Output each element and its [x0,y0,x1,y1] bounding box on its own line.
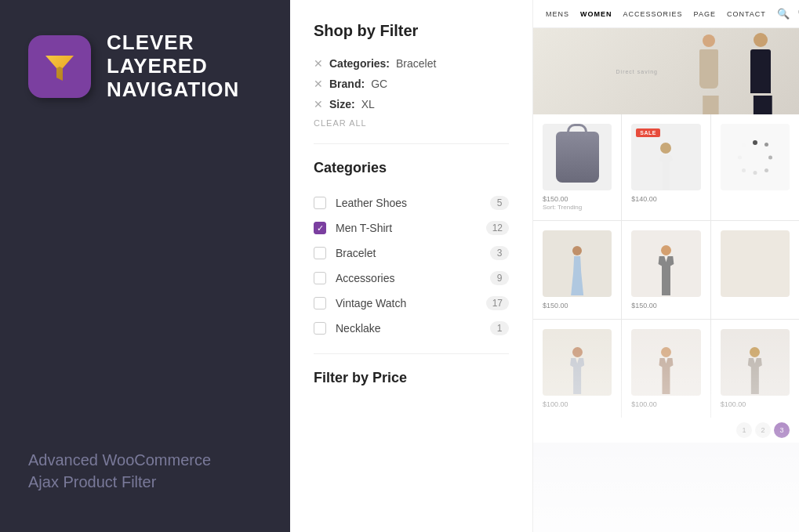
category-count-men-tshirt: 12 [486,221,509,235]
category-name-vintage-watch[interactable]: Vintage Watch [336,297,477,309]
nav-accessories[interactable]: ACCESSORIES [623,10,683,18]
category-count-bracelet: 3 [490,246,509,260]
search-icon[interactable]: 🔍 [777,8,790,20]
tagline: Advanced WooCommerce Ajax Product Filter [28,449,211,493]
brand-area: CLEVER LAYERED NAVIGATION [28,31,262,102]
product-image [543,124,612,190]
product-image [543,329,612,396]
clear-all-button[interactable]: CLEAR ALL [314,118,509,128]
checkbox-vintage-watch[interactable] [314,297,326,309]
pagination: 1 2 3 [533,418,799,443]
filter-title: Shop by Filter [314,22,509,40]
product-card: SALE $140.00 [622,114,710,220]
product-card: $100.00 [711,320,799,418]
list-item: Accessories 9 [314,266,509,291]
active-filter-size: ✕ Size: XL [314,98,509,110]
active-filter-brand: ✕ Brand: GC [314,78,509,90]
filter-brand-value: GC [371,78,387,90]
product-price: $150.00 [543,302,612,309]
category-count-accessories: 9 [490,271,509,285]
product-grid: $150.00 Sort: Trending SALE $140.00 [533,114,799,418]
active-filters: ✕ Categories: Bracelet ✕ Brand: GC ✕ Siz… [314,57,509,110]
checkbox-accessories[interactable] [314,272,326,284]
checkbox-bracelet[interactable] [314,247,326,259]
nav-women[interactable]: WOMEN [580,10,612,18]
list-item: Leather Shoes 5 [314,190,509,215]
product-price: $150.00 [631,302,700,309]
product-name: Sort: Trending [543,204,612,211]
product-card: $150.00 Sort: Trending [533,114,621,220]
product-image [721,230,790,297]
filter-panel: Shop by Filter ✕ Categories: Bracelet ✕ … [290,0,533,532]
active-filter-categories: ✕ Categories: Bracelet [314,57,509,70]
product-image [543,230,612,297]
filter-categories-value: Bracelet [396,57,436,70]
filter-categories-label: Categories: [329,57,390,70]
list-item: Men T-Shirt 12 [314,215,509,241]
list-item: Bracelet 3 [314,241,509,266]
product-card: $150.00 [533,221,621,319]
category-name-necklake[interactable]: Necklake [336,322,481,335]
product-card [711,221,799,319]
filter-by-price-title: Filter by Price [314,370,509,386]
product-image [631,329,700,396]
category-count-leather-shoes: 5 [490,196,509,210]
left-panel: CLEVER LAYERED NAVIGATION Advanced WooCo… [0,0,290,532]
product-image: SALE [631,124,700,190]
shop-hero: Direct saving [533,28,799,114]
brand-title: CLEVER LAYERED NAVIGATION [107,31,239,102]
bag-shape [556,132,599,183]
list-item: Necklake 1 [314,316,509,341]
checkbox-necklake[interactable] [314,322,326,335]
remove-brand-filter[interactable]: ✕ [314,78,323,90]
checkbox-leather-shoes[interactable] [314,197,326,209]
page-btn-1[interactable]: 1 [736,422,752,438]
nav-icons: 🔍 ♡ 🛒 ⋮ [777,8,799,20]
shop-nav: MENS WOMEN ACCESSORIES PAGE CONTACT 🔍 ♡ … [533,0,799,28]
filter-size-value: XL [361,98,375,110]
funnel-icon [41,48,78,85]
product-image [631,230,700,297]
product-card: $100.00 [622,320,710,418]
right-panel: Shop by Filter ✕ Categories: Bracelet ✕ … [290,0,799,532]
sale-badge: SALE [636,128,660,137]
product-card: $150.00 [622,221,710,319]
page-btn-2[interactable]: 2 [755,422,771,438]
remove-size-filter[interactable]: ✕ [314,98,323,110]
divider-1 [314,143,509,144]
product-price: $100.00 [543,400,612,408]
remove-categories-filter[interactable]: ✕ [314,57,323,70]
category-list: Leather Shoes 5 Men T-Shirt 12 Bracelet … [314,190,509,341]
category-name-bracelet[interactable]: Bracelet [336,247,481,259]
product-price: $140.00 [631,195,700,203]
product-card [711,114,799,220]
shop-preview: MENS WOMEN ACCESSORIES PAGE CONTACT 🔍 ♡ … [533,0,799,532]
product-price: $100.00 [721,400,790,408]
product-image-loading [721,124,790,190]
product-price: $100.00 [631,400,700,408]
page-btn-3[interactable]: 3 [774,422,790,438]
category-name-leather-shoes[interactable]: Leather Shoes [336,197,481,209]
category-count-necklake: 1 [490,321,509,335]
filter-brand-label: Brand: [329,78,365,90]
category-count-vintage-watch: 17 [486,296,509,310]
nav-page[interactable]: PAGE [694,10,716,18]
product-image [721,329,790,396]
category-name-men-tshirt[interactable]: Men T-Shirt [336,222,477,234]
checkbox-men-tshirt[interactable] [314,222,326,234]
nav-contact[interactable]: CONTACT [727,10,766,18]
svg-marker-1 [56,67,63,81]
category-name-accessories[interactable]: Accessories [336,272,481,284]
logo-icon [28,35,91,98]
product-price: $150.00 [543,195,612,203]
categories-section-title: Categories [314,160,509,176]
list-item: Vintage Watch 17 [314,291,509,316]
nav-mens[interactable]: MENS [546,10,569,18]
product-card: $100.00 [533,320,621,418]
filter-size-label: Size: [329,98,355,110]
divider-2 [314,353,509,354]
